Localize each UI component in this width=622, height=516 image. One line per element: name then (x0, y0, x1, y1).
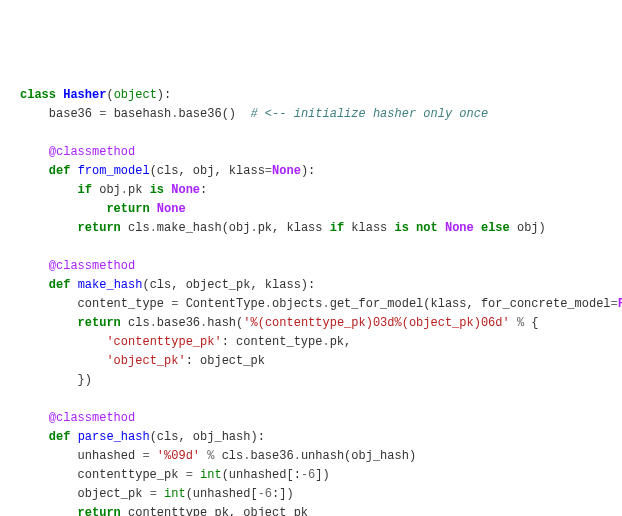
line-decorator-2: @classmethod (20, 259, 135, 273)
line-20: return contenttype_pk, object_pk (20, 506, 308, 516)
fn-from_model: from_model (78, 164, 150, 178)
fn-parse_hash: parse_hash (78, 430, 150, 444)
code-block: class Hasher(object): base36 = basehash.… (20, 86, 612, 516)
line-5: if obj.pk is None: (20, 183, 207, 197)
line-10: content_type = ContentType.objects.get_f… (20, 297, 622, 311)
format-string: '%(contenttype_pk)03d%(object_pk)06d' (243, 316, 509, 330)
keyword-class: class (20, 88, 56, 102)
line-1: class Hasher(object): (20, 88, 171, 102)
comment: # <-- initialize hasher only once (250, 107, 488, 121)
line-14: }) (20, 373, 92, 387)
fn-make_hash: make_hash (78, 278, 143, 292)
line-decorator-3: @classmethod (20, 411, 135, 425)
line-decorator-1: @classmethod (20, 145, 135, 159)
line-19: object_pk = int(unhashed[-6:]) (20, 487, 294, 501)
line-def-make_hash: def make_hash(cls, object_pk, klass): (20, 278, 315, 292)
line-def-parse_hash: def parse_hash(cls, obj_hash): (20, 430, 265, 444)
line-13: 'object_pk': object_pk (20, 354, 265, 368)
base-object: object (114, 88, 157, 102)
line-2: base36 = basehash.base36() # <-- initial… (20, 107, 488, 121)
line-7: return cls.make_hash(obj.pk, klass if kl… (20, 221, 546, 235)
line-17: unhashed = '%09d' % cls.base36.unhash(ob… (20, 449, 416, 463)
line-11: return cls.base36.hash('%(contenttype_pk… (20, 316, 539, 330)
line-6: return None (20, 202, 186, 216)
line-def-from_model: def from_model(cls, obj, klass=None): (20, 164, 315, 178)
class-name: Hasher (63, 88, 106, 102)
decorator: @classmethod (49, 145, 135, 159)
line-12: 'contenttype_pk': content_type.pk, (20, 335, 351, 349)
line-18: contenttype_pk = int(unhashed[:-6]) (20, 468, 330, 482)
